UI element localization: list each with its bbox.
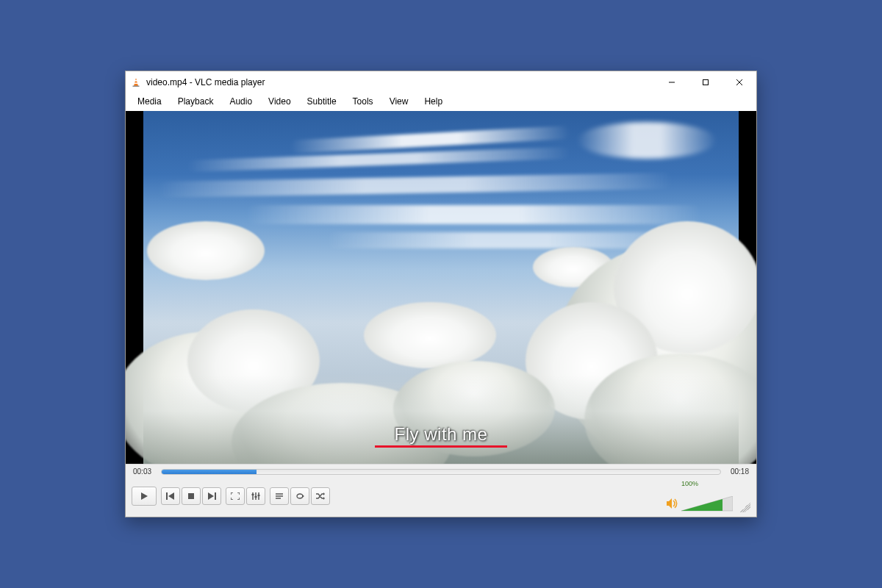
seek-row: 00:03 00:18: [126, 464, 756, 477]
svg-rect-15: [252, 494, 254, 495]
menu-video[interactable]: Video: [261, 95, 298, 108]
speaker-icon[interactable]: [667, 498, 678, 511]
stop-button[interactable]: [182, 487, 201, 505]
extended-settings-button[interactable]: [246, 487, 265, 505]
play-button[interactable]: [132, 487, 157, 506]
maximize-button[interactable]: [689, 71, 723, 93]
resize-grip-icon[interactable]: [740, 502, 750, 512]
shuffle-button[interactable]: [311, 487, 330, 505]
menubar: Media Playback Audio Video Subtitle Tool…: [126, 93, 756, 111]
svg-marker-25: [323, 497, 325, 500]
menu-tools[interactable]: Tools: [345, 95, 381, 108]
menu-media[interactable]: Media: [130, 95, 169, 108]
next-button[interactable]: [202, 487, 221, 505]
svg-marker-0: [134, 78, 138, 86]
svg-rect-17: [255, 496, 257, 498]
video-frame: Fly with me: [143, 111, 739, 464]
playlist-group: [270, 487, 330, 505]
transport-group: [161, 487, 221, 505]
vlc-cone-icon: [130, 76, 142, 88]
svg-rect-11: [188, 493, 194, 499]
svg-marker-24: [323, 492, 325, 495]
svg-rect-19: [258, 495, 260, 496]
volume-percent: 100%: [681, 480, 698, 487]
menu-subtitle[interactable]: Subtitle: [300, 95, 344, 108]
view-group: [226, 487, 265, 505]
titlebar[interactable]: video.mp4 - VLC media player: [126, 71, 756, 93]
menu-playback[interactable]: Playback: [171, 95, 221, 108]
fullscreen-button[interactable]: [226, 487, 245, 505]
time-total[interactable]: 00:18: [727, 467, 749, 476]
close-button[interactable]: [723, 71, 756, 93]
volume-control: 100%: [667, 480, 733, 512]
menu-help[interactable]: Help: [417, 95, 450, 108]
svg-rect-9: [166, 492, 168, 500]
window-title: video.mp4 - VLC media player: [146, 77, 265, 87]
svg-rect-5: [703, 80, 709, 85]
svg-rect-2: [134, 83, 138, 85]
menu-view[interactable]: View: [382, 95, 416, 108]
video-area[interactable]: Fly with me: [126, 111, 756, 464]
svg-rect-3: [133, 86, 140, 87]
loop-button[interactable]: [290, 487, 309, 505]
window-controls: [655, 71, 756, 93]
menu-audio[interactable]: Audio: [222, 95, 259, 108]
time-elapsed[interactable]: 00:03: [133, 467, 155, 476]
subtitle-text: Fly with me: [395, 424, 488, 445]
svg-marker-12: [208, 492, 214, 500]
subtitle-underline: [375, 445, 507, 448]
svg-marker-8: [141, 492, 148, 500]
previous-button[interactable]: [161, 487, 180, 505]
volume-slider[interactable]: [681, 496, 733, 512]
seek-fill: [162, 470, 257, 474]
minimize-button[interactable]: [655, 71, 689, 93]
svg-rect-1: [135, 80, 137, 82]
seek-slider[interactable]: [161, 469, 721, 475]
playlist-button[interactable]: [270, 487, 289, 505]
svg-marker-10: [168, 492, 174, 500]
vlc-window: video.mp4 - VLC media player Media Playb…: [125, 71, 757, 517]
controls-row: 100%: [126, 477, 756, 517]
svg-marker-23: [302, 495, 304, 498]
svg-marker-26: [667, 498, 672, 509]
svg-rect-13: [215, 492, 216, 500]
